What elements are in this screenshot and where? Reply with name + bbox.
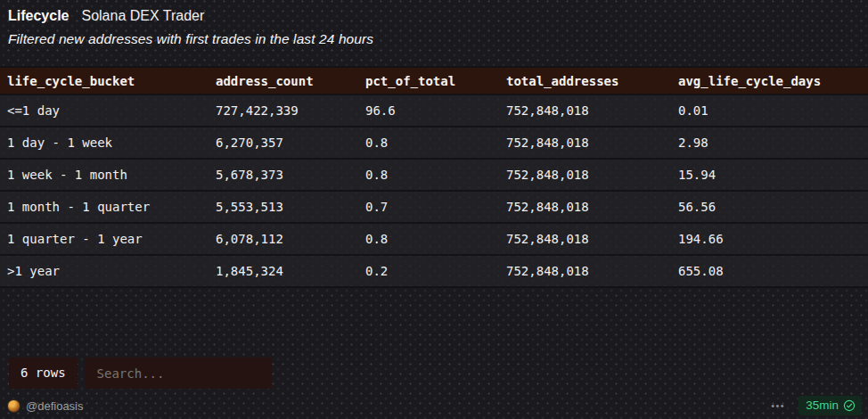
cell-avg-life-cycle-days: 194.66 <box>678 232 868 246</box>
title-row: Lifecycle Solana DEX Trader <box>8 6 860 26</box>
cell-life-cycle-bucket: <=1 day <box>7 103 216 118</box>
refresh-badge[interactable]: 35min <box>798 396 862 415</box>
cell-address-count: 1,845,324 <box>216 264 365 278</box>
table-controls: 6 rows <box>9 357 272 389</box>
table-row: 1 week - 1 month 5,678,373 0.8 752,848,0… <box>0 160 868 192</box>
cell-address-count: 6,078,112 <box>216 232 365 246</box>
cell-avg-life-cycle-days: 2.98 <box>678 136 868 150</box>
cell-address-count: 6,270,357 <box>216 136 365 150</box>
cell-life-cycle-bucket: 1 week - 1 month <box>7 168 216 182</box>
table-row: 1 day - 1 week 6,270,357 0.8 752,848,018… <box>0 127 868 160</box>
cell-avg-life-cycle-days: 56.56 <box>678 200 868 214</box>
table-header-row: life_cycle_bucket address_count pct_of_t… <box>0 66 868 95</box>
refresh-time-label: 35min <box>806 398 839 413</box>
column-header-life-cycle-bucket[interactable]: life_cycle_bucket <box>7 74 216 88</box>
cell-pct-of-total: 0.7 <box>365 200 506 214</box>
cell-total-addresses: 752,848,018 <box>506 264 678 278</box>
widget-footer: @defioasis ••• 35min <box>0 392 868 419</box>
table-row: >1 year 1,845,324 0.2 752,848,018 655.08 <box>0 256 868 288</box>
query-name: Solana DEX Trader <box>81 6 204 26</box>
dune-table-widget: Lifecycle Solana DEX Trader Filtered new… <box>0 0 868 419</box>
table-row: 1 quarter - 1 year 6,078,112 0.8 752,848… <box>0 224 868 256</box>
search-input[interactable] <box>85 357 272 389</box>
cell-pct-of-total: 0.8 <box>365 136 506 150</box>
cell-total-addresses: 752,848,018 <box>506 168 678 182</box>
column-header-address-count[interactable]: address_count <box>216 74 365 88</box>
cell-total-addresses: 752,848,018 <box>506 232 678 246</box>
cell-address-count: 5,678,373 <box>216 168 365 182</box>
page-title: Lifecycle <box>8 6 69 26</box>
column-header-total-addresses[interactable]: total_addresses <box>506 74 678 88</box>
cell-pct-of-total: 0.8 <box>365 232 506 246</box>
page-subtitle: Filtered new addresses with first trades… <box>8 29 860 49</box>
cell-life-cycle-bucket: 1 day - 1 week <box>7 136 216 150</box>
cell-pct-of-total: 0.8 <box>365 168 506 182</box>
cell-pct-of-total: 0.2 <box>365 264 506 278</box>
column-header-pct-of-total[interactable]: pct_of_total <box>365 74 506 88</box>
author-handle[interactable]: @defioasis <box>26 399 84 413</box>
author-avatar[interactable] <box>7 399 20 413</box>
cell-avg-life-cycle-days: 15.94 <box>678 168 868 182</box>
cell-life-cycle-bucket: 1 month - 1 quarter <box>7 200 216 214</box>
cell-life-cycle-bucket: 1 quarter - 1 year <box>7 232 216 246</box>
cell-total-addresses: 752,848,018 <box>506 136 678 150</box>
cell-life-cycle-bucket: >1 year <box>7 264 216 278</box>
results-table: life_cycle_bucket address_count pct_of_t… <box>0 66 868 288</box>
row-count-badge: 6 rows <box>9 357 78 389</box>
table-row: 1 month - 1 quarter 5,553,513 0.7 752,84… <box>0 192 868 224</box>
widget-header: Lifecycle Solana DEX Trader Filtered new… <box>0 0 868 49</box>
table-row: <=1 day 727,422,339 96.6 752,848,018 0.0… <box>0 95 868 127</box>
verified-check-icon <box>843 399 856 412</box>
cell-avg-life-cycle-days: 655.08 <box>678 264 868 278</box>
cell-total-addresses: 752,848,018 <box>506 103 678 118</box>
cell-total-addresses: 752,848,018 <box>506 200 678 214</box>
column-header-avg-life-cycle-days[interactable]: avg_life_cycle_days <box>678 74 868 88</box>
cell-pct-of-total: 96.6 <box>365 103 506 118</box>
more-options-icon[interactable]: ••• <box>771 392 785 419</box>
cell-address-count: 5,553,513 <box>216 200 365 214</box>
cell-avg-life-cycle-days: 0.01 <box>678 103 868 118</box>
cell-address-count: 727,422,339 <box>216 103 365 118</box>
